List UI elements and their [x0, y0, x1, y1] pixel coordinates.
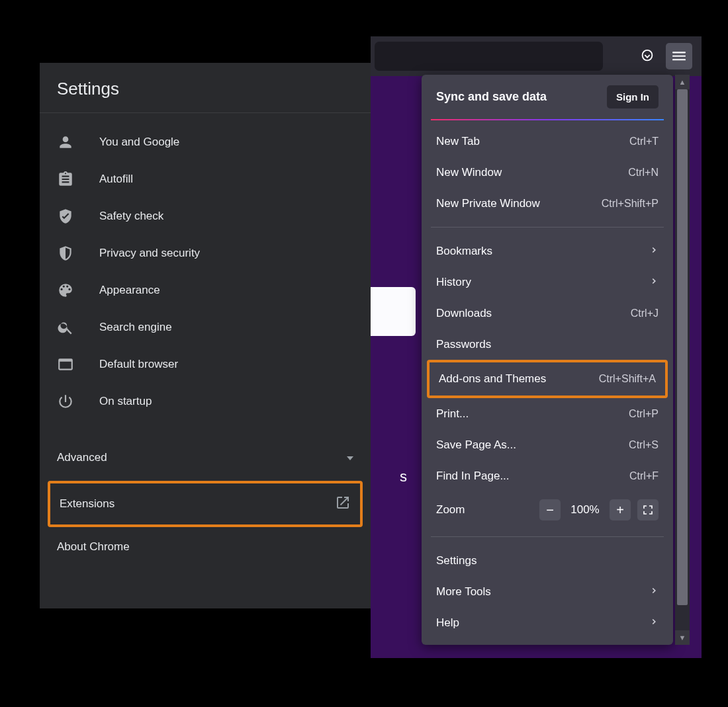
menu-label: Find In Page... [436, 470, 510, 483]
shield-icon [57, 245, 99, 262]
zoom-label: Zoom [436, 503, 533, 517]
settings-item-you-and-google[interactable]: You and Google [40, 124, 371, 161]
sign-in-button[interactable]: Sign In [607, 85, 659, 108]
settings-item-extensions[interactable]: Extensions [50, 483, 360, 524]
settings-item-search-engine[interactable]: Search engine [40, 309, 371, 346]
settings-item-label: Autofill [99, 173, 133, 186]
svg-rect-2 [672, 59, 686, 60]
menu-label: Help [436, 616, 459, 630]
pocket-icon[interactable] [637, 46, 658, 67]
advanced-label: Advanced [57, 451, 107, 464]
settings-item-appearance[interactable]: Appearance [40, 272, 371, 309]
menu-item-new-window[interactable]: New Window Ctrl+N [422, 157, 673, 188]
menu-item-zoom: Zoom − 100% + [422, 491, 673, 528]
svg-rect-1 [672, 56, 686, 57]
hamburger-menu-button[interactable] [666, 43, 692, 69]
settings-advanced[interactable]: Advanced [40, 441, 371, 474]
firefox-app-menu: Sync and save data Sign In New Tab Ctrl+… [422, 75, 673, 645]
menu-item-downloads[interactable]: Downloads Ctrl+J [422, 298, 673, 329]
zoom-out-button[interactable]: − [539, 499, 561, 520]
firefox-toolbar [371, 36, 702, 76]
menu-label: New Window [436, 166, 502, 179]
zoom-in-button[interactable]: + [610, 499, 631, 520]
settings-item-label: On startup [99, 395, 152, 408]
menu-label: Bookmarks [436, 245, 492, 258]
zoom-value: 100% [567, 503, 603, 517]
menu-item-find[interactable]: Find In Page... Ctrl+F [422, 460, 673, 491]
menu-section-more: Settings More Tools Help [422, 540, 673, 644]
settings-item-label: Privacy and security [99, 247, 200, 260]
settings-item-label: You and Google [99, 136, 179, 149]
extensions-label: Extensions [60, 497, 114, 511]
menu-label: Settings [436, 554, 477, 567]
menu-label: New Private Window [436, 197, 540, 210]
content-fragment [371, 287, 416, 336]
chevron-right-icon [649, 276, 659, 289]
menu-shortcut: Ctrl+Shift+A [599, 373, 656, 385]
menu-label: Save Page As... [436, 438, 516, 452]
url-bar[interactable] [375, 42, 603, 71]
settings-item-label: Safety check [99, 210, 163, 223]
settings-item-on-startup[interactable]: On startup [40, 383, 371, 420]
search-icon [57, 319, 99, 336]
open-in-new-icon [335, 495, 351, 514]
menu-label: New Tab [436, 135, 480, 148]
menu-label: Print... [436, 407, 469, 421]
fullscreen-button[interactable] [637, 499, 659, 520]
menu-shortcut: Ctrl+J [631, 308, 659, 319]
settings-item-autofill[interactable]: Autofill [40, 161, 371, 198]
settings-items: You and Google Autofill Safety check Pri… [40, 113, 371, 429]
chevron-right-icon [649, 245, 659, 258]
chrome-settings-panel: Settings You and Google Autofill Safety … [40, 63, 371, 608]
addons-highlight: Add-ons and Themes Ctrl+Shift+A [427, 360, 668, 398]
menu-item-new-tab[interactable]: New Tab Ctrl+T [422, 126, 673, 157]
scroll-down-arrow[interactable]: ▼ [675, 630, 690, 645]
sync-title: Sync and save data [436, 90, 547, 104]
settings-item-label: Default browser [99, 358, 178, 371]
settings-item-privacy[interactable]: Privacy and security [40, 235, 371, 272]
menu-item-save-page[interactable]: Save Page As... Ctrl+S [422, 429, 673, 460]
menu-section-library: Bookmarks History Downloads Ctrl+J Passw… [422, 230, 673, 534]
chevron-right-icon [649, 585, 659, 599]
menu-shortcut: Ctrl+T [629, 136, 659, 147]
vertical-scrollbar[interactable]: ▲ ▼ [675, 75, 690, 645]
menu-item-help[interactable]: Help [422, 607, 673, 638]
menu-item-passwords[interactable]: Passwords [422, 329, 673, 360]
power-icon [57, 393, 99, 410]
menu-label: Passwords [436, 338, 491, 351]
separator [431, 227, 664, 228]
person-icon [57, 134, 99, 151]
svg-rect-0 [672, 52, 686, 53]
content-text-fragment: s [400, 468, 407, 485]
menu-item-history[interactable]: History [422, 267, 673, 298]
menu-item-new-private-window[interactable]: New Private Window Ctrl+Shift+P [422, 188, 673, 219]
menu-item-print[interactable]: Print... Ctrl+P [422, 398, 673, 429]
settings-item-label: Appearance [99, 284, 160, 297]
menu-item-settings[interactable]: Settings [422, 545, 673, 576]
about-label: About Chrome [57, 540, 130, 554]
separator [431, 536, 664, 537]
menu-shortcut: Ctrl+S [629, 439, 659, 451]
menu-shortcut: Ctrl+P [629, 408, 659, 420]
settings-title: Settings [40, 63, 371, 113]
menu-item-more-tools[interactable]: More Tools [422, 576, 673, 607]
settings-item-about[interactable]: About Chrome [40, 527, 371, 567]
scroll-up-arrow[interactable]: ▲ [675, 75, 690, 89]
scrollbar-thumb[interactable] [677, 89, 688, 605]
extensions-highlight: Extensions [48, 481, 363, 527]
settings-item-default-browser[interactable]: Default browser [40, 346, 371, 383]
menu-label: Downloads [436, 307, 492, 320]
menu-shortcut: Ctrl+F [629, 470, 659, 482]
menu-label: Add-ons and Themes [439, 372, 546, 386]
menu-section-new: New Tab Ctrl+T New Window Ctrl+N New Pri… [422, 120, 673, 224]
menu-item-addons[interactable]: Add-ons and Themes Ctrl+Shift+A [430, 362, 665, 395]
sync-header: Sync and save data Sign In [422, 75, 673, 119]
menu-item-bookmarks[interactable]: Bookmarks [422, 235, 673, 267]
chevron-down-icon [347, 453, 353, 462]
browser-icon [57, 356, 99, 373]
menu-label: History [436, 276, 471, 289]
settings-item-label: Search engine [99, 321, 172, 334]
settings-item-safety-check[interactable]: Safety check [40, 198, 371, 235]
menu-label: More Tools [436, 585, 491, 599]
scrollbar-track[interactable] [675, 89, 690, 630]
